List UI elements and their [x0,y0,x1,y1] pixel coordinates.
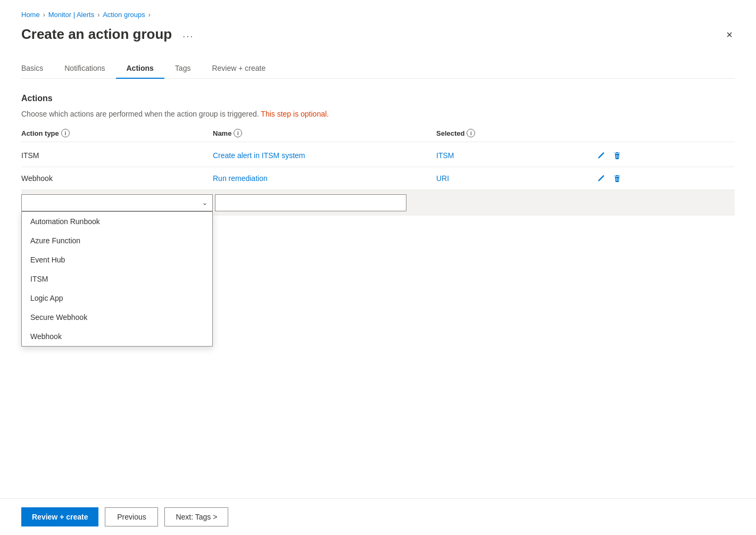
tabs-container: Basics Notifications Actions Tags Review… [21,59,735,79]
breadcrumb-sep-1: › [43,11,45,19]
page-header: Create an action group ... × [21,26,735,43]
dropdown-list: Automation Runbook Azure Function Event … [21,211,213,347]
dropdown-item-event-hub[interactable]: Event Hub [22,250,212,269]
actions-section: Actions Choose which actions are perform… [21,94,735,216]
row1-name: Create alert in ITSM system [213,151,436,160]
previous-button[interactable]: Previous [105,507,158,526]
table-row: ITSM Create alert in ITSM system ITSM [21,144,735,167]
info-icon-action-type: i [61,129,70,137]
next-button[interactable]: Next: Tags > [164,507,228,526]
info-icon-name: i [234,129,242,137]
new-row: ⌄ Automation Runbook Azure Function Even… [21,190,735,216]
table-header: Action type i Name i Selected i [21,129,735,142]
tab-basics[interactable]: Basics [21,59,54,79]
breadcrumb-monitor-alerts[interactable]: Monitor | Alerts [48,11,94,19]
breadcrumb-home[interactable]: Home [21,11,40,19]
action-type-select[interactable] [21,194,213,211]
row2-delete-button[interactable] [612,172,622,184]
col-header-name: Name i [213,129,436,137]
tab-tags[interactable]: Tags [164,59,202,79]
action-type-select-wrapper: ⌄ Automation Runbook Azure Function Even… [21,194,213,211]
tab-notifications[interactable]: Notifications [54,59,115,79]
tab-actions[interactable]: Actions [116,59,164,79]
dropdown-item-logic-app[interactable]: Logic App [22,289,212,308]
row1-edit-button[interactable] [596,150,607,161]
review-create-button[interactable]: Review + create [21,507,98,526]
ellipsis-button[interactable]: ... [179,28,197,41]
close-button[interactable]: × [724,27,735,42]
row2-selected: URI [436,174,596,183]
dropdown-item-webhook[interactable]: Webhook [22,327,212,346]
row2-icons [596,172,735,184]
dropdown-item-automation-runbook[interactable]: Automation Runbook [22,212,212,231]
section-title: Actions [21,94,735,103]
action-name-input[interactable] [215,194,406,211]
section-description: Choose which actions are performed when … [21,110,735,118]
breadcrumb: Home › Monitor | Alerts › Action groups … [21,11,735,19]
row1-selected: ITSM [436,151,596,160]
breadcrumb-sep-3: › [148,11,151,19]
row2-edit-button[interactable] [596,172,607,184]
dropdown-item-secure-webhook[interactable]: Secure Webhook [22,308,212,327]
col-header-action-type: Action type i [21,129,213,137]
row1-delete-button[interactable] [612,150,622,161]
tab-review-create[interactable]: Review + create [201,59,276,79]
info-icon-selected: i [467,129,475,137]
dropdown-item-azure-function[interactable]: Azure Function [22,231,212,250]
col-header-selected: Selected i [436,129,596,137]
breadcrumb-action-groups[interactable]: Action groups [103,11,145,19]
page-title-area: Create an action group ... [21,26,197,43]
table-row: Webhook Run remediation URI [21,167,735,190]
breadcrumb-sep-2: › [97,11,99,19]
row1-icons [596,150,735,161]
footer: Review + create Previous Next: Tags > [0,498,756,535]
page-title: Create an action group [21,26,172,43]
row2-action-type: Webhook [21,174,213,183]
dropdown-item-itsm[interactable]: ITSM [22,269,212,289]
col-header-icons [596,129,735,137]
row1-action-type: ITSM [21,151,213,160]
row2-name: Run remediation [213,174,436,183]
